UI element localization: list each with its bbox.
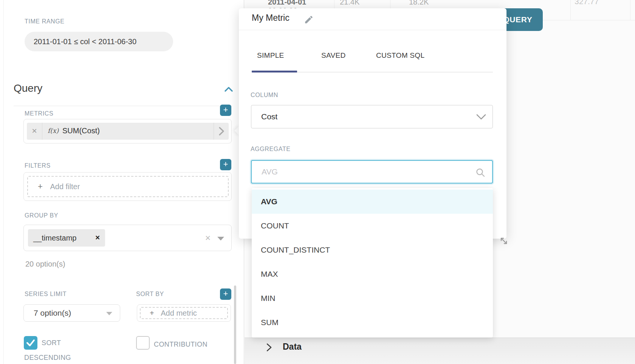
edit-pencil-icon[interactable] — [304, 15, 314, 25]
option-count-distinct[interactable]: COUNT_DISTINCT — [252, 238, 493, 262]
metric-name: SUM(Cost) — [62, 126, 100, 135]
popover-title: My Metric — [252, 13, 290, 23]
active-tab-indicator — [252, 71, 297, 72]
aggregate-options-dropdown: AVG COUNT COUNT_DISTINCT MAX MIN SUM — [252, 188, 493, 338]
query-section-title: Query — [14, 82, 42, 94]
chevron-up-icon[interactable] — [225, 86, 233, 92]
bg-table-cell-value: 21.4K — [340, 0, 359, 6]
checkmark-icon — [24, 336, 37, 350]
chevron-right-icon[interactable] — [266, 342, 273, 352]
column-label: COLUMN — [251, 92, 278, 99]
contribution-label: CONTRIBUTION — [154, 341, 208, 349]
filters-container: + Add filter — [23, 172, 232, 201]
tab-simple[interactable]: SIMPLE — [257, 51, 284, 60]
series-limit-label: SERIES LIMIT — [25, 291, 67, 298]
time-range-pill[interactable]: 2011-01-01 ≤ col < 2011-06-30 — [25, 32, 173, 51]
add-filter-button[interactable]: + Add filter — [27, 176, 229, 197]
aggregate-placeholder: AVG — [262, 167, 278, 176]
group-by-tag[interactable]: __timestamp ✕ — [28, 229, 105, 247]
sort-descending-label-line2: DESCENDING — [24, 354, 71, 362]
option-sum[interactable]: SUM — [252, 310, 493, 335]
data-panel-title: Data — [283, 342, 302, 352]
add-filter-plus-button[interactable]: + — [220, 159, 231, 170]
sort-by-label: SORT BY — [136, 291, 164, 298]
aggregate-search-input[interactable]: AVG — [251, 160, 493, 184]
tab-custom-sql[interactable]: CUSTOM SQL — [376, 51, 424, 60]
aggregate-label: AGGREGATE — [251, 146, 291, 153]
tab-saved[interactable]: SAVED — [321, 51, 346, 60]
option-min[interactable]: MIN — [252, 286, 493, 310]
query-control-panel: TIME RANGE 2011-01-01 ≤ col < 2011-06-30… — [0, 0, 244, 364]
sort-descending-label-line1: SORT — [42, 339, 61, 347]
caret-down-icon — [106, 312, 112, 315]
popover-divider — [239, 30, 506, 30]
option-count[interactable]: COUNT — [252, 214, 493, 238]
option-max[interactable]: MAX — [252, 262, 493, 286]
metrics-container: ✕ f(x) SUM(Cost) — [23, 119, 232, 143]
caret-down-icon[interactable] — [217, 237, 224, 241]
plus-icon: + — [150, 309, 154, 317]
plus-icon: + — [38, 182, 43, 191]
series-limit-value: 7 option(s) — [34, 308, 71, 317]
vertical-scrollbar[interactable] — [234, 285, 236, 364]
group-by-select[interactable]: __timestamp ✕ ✕ — [23, 225, 232, 251]
add-metric-text: Add metric — [161, 309, 197, 317]
group-by-options-hint: 20 option(s) — [25, 260, 65, 268]
sort-descending-checkbox[interactable] — [24, 336, 37, 350]
bg-table-gridline — [570, 0, 571, 20]
panel-left-border — [3, 0, 4, 364]
chevron-right-icon — [214, 123, 229, 140]
data-panel-header[interactable]: Data — [245, 338, 635, 364]
sort-by-container: + Add metric — [137, 304, 231, 322]
metric-pill[interactable]: ✕ f(x) SUM(Cost) — [27, 123, 229, 140]
function-icon: f(x) — [48, 127, 59, 134]
clear-select-icon[interactable]: ✕ — [202, 225, 214, 251]
contribution-checkbox[interactable] — [136, 336, 150, 350]
search-icon — [475, 168, 485, 177]
filters-label: FILTERS — [25, 162, 51, 169]
group-by-tag-text: __timestamp — [33, 234, 77, 242]
column-value: Cost — [261, 112, 277, 121]
expand-metric-zone[interactable] — [214, 123, 229, 140]
bg-table-cell-value: 18.2K — [409, 0, 429, 6]
section-divider — [14, 106, 232, 106]
series-limit-select[interactable]: 7 option(s) — [23, 304, 120, 322]
time-range-label: TIME RANGE — [25, 18, 65, 25]
add-filter-text: Add filter — [50, 182, 80, 191]
add-metric-plus-button[interactable]: + — [220, 105, 231, 116]
chevron-down-icon — [476, 114, 486, 120]
bg-table-cell-value: 327.77 — [575, 0, 599, 6]
column-select[interactable]: Cost — [251, 105, 493, 128]
option-avg[interactable]: AVG — [252, 190, 493, 214]
metrics-label: METRICS — [25, 110, 53, 117]
resize-handle-icon[interactable] — [499, 236, 509, 246]
remove-metric-icon[interactable]: ✕ — [27, 123, 42, 140]
add-sort-metric-button[interactable]: + Add metric — [140, 307, 228, 319]
group-by-label: GROUP BY — [25, 212, 58, 219]
add-sort-metric-plus-button[interactable]: + — [220, 288, 231, 300]
bg-table-gridline — [630, 0, 630, 20]
bg-table-cell-date: 2011-04-01 — [268, 0, 306, 6]
remove-tag-icon[interactable]: ✕ — [95, 229, 100, 247]
